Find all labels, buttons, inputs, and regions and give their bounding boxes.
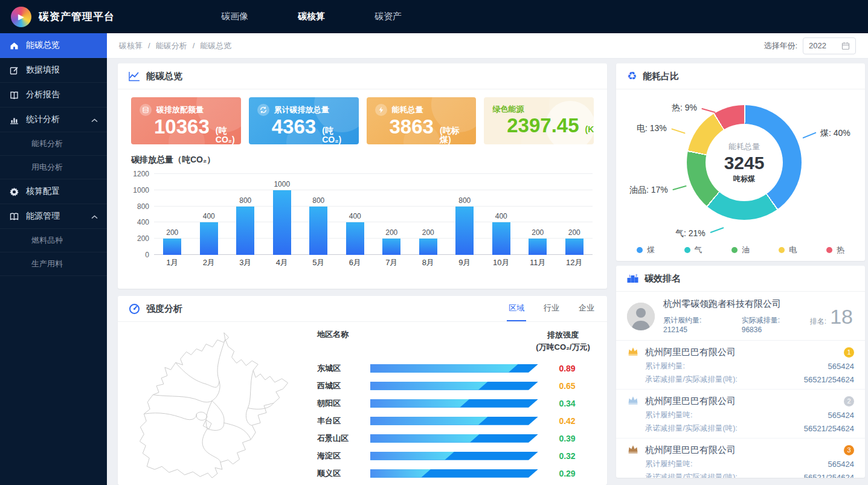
profile-company-name: 杭州零碳领跑者科技有限公司 [663,298,802,310]
bar-value-label: 400 [203,212,215,220]
donut-center: 能耗总量 3245 吨标煤 [706,124,783,201]
ranking-profile[interactable]: 杭州零碳领跑者科技有限公司 累计履约量: 212145实际减排量: 96836 … [616,292,865,341]
x-axis-label: 7月 [373,257,410,269]
bar-value-label: 200 [532,228,544,237]
sidebar-item-分析报告[interactable]: 分析报告 [0,83,107,108]
legend-item-煤[interactable]: 煤 [637,245,655,255]
breadcrumb-item[interactable]: 碳核算 [119,40,143,51]
sidebar-item-数据填报[interactable]: 数据填报 [0,58,107,83]
legend-item-电[interactable]: 电 [779,245,797,255]
card-value: 4363 [272,117,316,138]
intensity-value: 0.32 [538,451,596,461]
intensity-bar [370,382,538,390]
sidebar-item-能源管理[interactable]: 能源管理 [0,204,107,229]
overview-panel-header: 能碳总览 [118,63,607,89]
intensity-value: 0.65 [538,381,596,391]
card-value: 3863 [390,117,434,138]
x-axis-label: 6月 [337,257,374,269]
x-axis-label: 5月 [300,257,337,269]
card-unit: (KWh) [585,125,594,134]
top-navbar: ▶ 碳资产管理平台 碳画像碳核算碳资产 [0,0,868,33]
sidebar-subitem-能耗分析[interactable]: 能耗分析 [0,132,107,156]
rank-number: 18 [830,306,853,327]
sidebar-subitem-燃料品种[interactable]: 燃料品种 [0,229,107,252]
intensity-body: 地区名称 排放强度 (万吨CO₂/万元) 东城区0.89西城区0.65朝阳区0.… [118,322,607,483]
bar-value-label: 200 [568,228,580,237]
x-axis-label: 9月 [446,257,483,269]
y-axis-tick: 1200 [133,170,149,178]
stat-card-能耗总量: 能耗总量3863(吨标煤) [367,97,477,144]
energy-mix-panel: ♻ 能耗占比 能耗总量 3245 吨标煤 煤: 40%气: 21%油品: 17%… [616,63,865,261]
intensity-title: 强度分析 [146,303,182,315]
sidebar-subitem-生产用料[interactable]: 生产用料 [0,252,107,276]
ranking-company: 杭州阿里巴巴有限公司 [645,347,838,358]
ranking-item[interactable]: 杭州阿里巴巴有限公司3累计履约量吨:565424承诺减排量/实际减排量(吨):5… [616,438,865,478]
profile-stats: 累计履约量: 212145实际减排量: 96836 [663,315,802,334]
year-picker-label: 选择年份: [764,40,797,51]
year-input[interactable]: 2022 [803,37,856,54]
energy-icon [375,104,387,116]
intensity-tab-行业[interactable]: 行业 [542,296,561,321]
legend-item-油[interactable]: 油 [731,245,750,255]
intensity-value: 0.29 [538,469,596,478]
overview-panel: 能碳总览 碳排放配额量10363(吨CO₂)累计碳排放总量4363(吨CO₂)能… [118,63,607,289]
col-region-name: 地区名称 [304,329,370,340]
ranking-company: 杭州阿里巴巴有限公司 [645,396,838,407]
legend-item-气[interactable]: 气 [684,245,702,255]
top-nav-tab[interactable]: 碳资产 [375,11,402,22]
sidebar-item-统计分析[interactable]: 统计分析 [0,108,107,132]
energy-mix-header: ♻ 能耗占比 [616,63,865,89]
stat-card-绿色能源: ¥绿色能源2397.45(KWh) [484,97,594,144]
sidebar-subitem-用电分析[interactable]: 用电分析 [0,156,107,179]
bar-value-label: 800 [312,196,324,205]
chevron-up-icon [91,115,98,124]
main-area: 碳核算/能碳分析/能碳总览 选择年份: 2022 [107,33,868,485]
x-axis-label: 2月 [191,257,228,269]
bar-value-label: 800 [458,196,471,205]
recycle-icon: ♻ [627,69,637,83]
calendar-icon [841,42,850,50]
x-axis-label: 4月 [264,257,301,269]
bar [492,222,510,255]
company-avatar [627,303,655,330]
intensity-row-石景山区: 石景山区0.39 [304,429,596,447]
crown-icon-bronze [627,444,639,456]
bar-value-label: 200 [385,228,397,237]
ranking-header: 12 碳效排名 [616,266,865,292]
bar [529,239,547,255]
edit-icon [9,66,19,75]
intensity-tab-区域[interactable]: 区域 [507,296,526,321]
intensity-value: 0.34 [538,399,596,408]
svg-text:2: 2 [635,274,637,277]
rank-badge: 2 [844,396,854,406]
sidebar-item-能碳总览[interactable]: 能碳总览 [0,33,107,58]
sidebar-item-核算配置[interactable]: 核算配置 [0,179,107,204]
intensity-bar [370,469,538,478]
content: 能碳总览 碳排放配额量10363(吨CO₂)累计碳排放总量4363(吨CO₂)能… [107,59,868,485]
ranking-list: 杭州阿里巴巴有限公司1累计履约量:565424承诺减排量/实际减排量(吨):56… [616,341,865,478]
breadcrumb-item[interactable]: 能碳总览 [200,40,231,51]
card-unit: (吨CO₂) [322,126,350,144]
intensity-table: 地区名称 排放强度 (万吨CO₂/万元) 东城区0.89西城区0.65朝阳区0.… [304,324,596,483]
bar [419,239,437,255]
bar [346,222,364,255]
profile-stat: 实际减排量: 96836 [742,315,802,334]
y-axis-tick: 0 [145,251,149,259]
ranking-item[interactable]: 杭州阿里巴巴有限公司2累计履约量吨:565424承诺减排量/实际减排量(吨):5… [616,390,865,438]
intensity-bar [370,417,538,425]
intensity-bar [370,434,538,443]
legend-item-热[interactable]: 热 [826,245,844,255]
bar-chart-title: 碳排放总量（吨CO₂） [118,146,607,168]
top-nav-tab[interactable]: 碳画像 [221,11,248,22]
ranking-item[interactable]: 杭州阿里巴巴有限公司1累计履约量:565424承诺减排量/实际减排量(吨):56… [616,341,865,390]
stat-card-碳排放配额量: 碳排放配额量10363(吨CO₂) [131,97,241,144]
top-nav-tab[interactable]: 碳核算 [298,11,325,22]
intensity-tab-企业[interactable]: 企业 [577,296,596,321]
intensity-value: 0.42 [538,416,596,426]
breadcrumb-item[interactable]: 能碳分析 [156,40,187,51]
energy-mix-title: 能耗占比 [643,71,679,82]
intensity-panel: 强度分析 区域行业企业 [118,296,607,485]
book-icon [9,212,19,221]
gauge-icon [129,303,140,314]
bar [309,207,327,255]
